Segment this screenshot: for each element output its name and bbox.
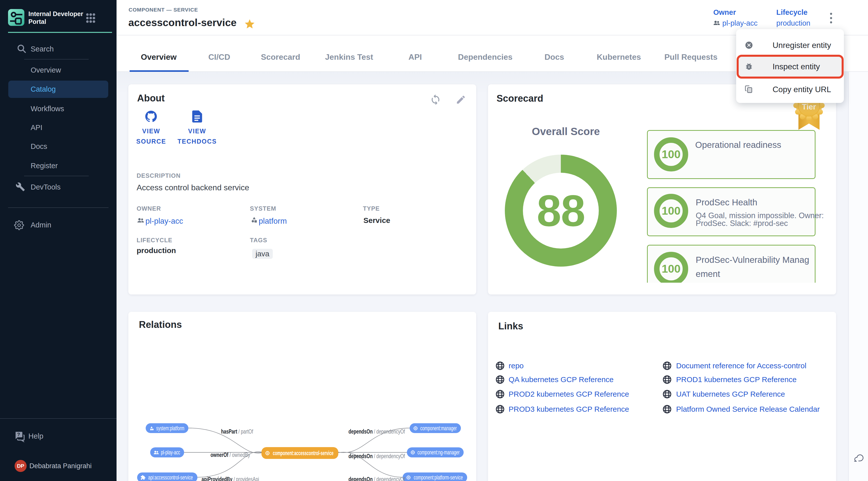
svg-text:?: ? (17, 432, 20, 437)
svg-text:Tier: Tier (802, 102, 816, 111)
